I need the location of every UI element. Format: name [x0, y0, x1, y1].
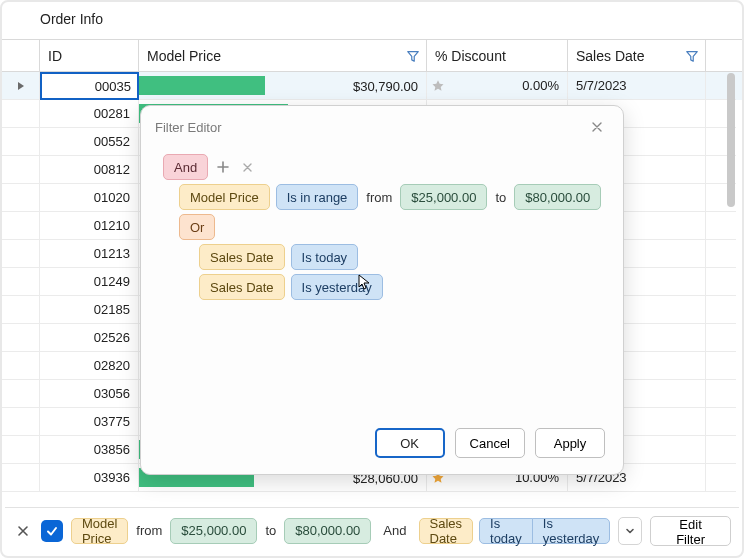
column-header-id[interactable]: ID [40, 40, 139, 71]
add-condition-icon[interactable] [214, 158, 232, 176]
condition-field[interactable]: Sales Date [199, 244, 285, 270]
keyword-from: from [364, 190, 394, 205]
ok-button[interactable]: OK [375, 428, 445, 458]
cell-id[interactable]: 03856 [40, 436, 139, 464]
dialog-footer: OK Cancel Apply [141, 424, 623, 474]
expr-value-from[interactable]: $25,000.00 [170, 518, 257, 544]
funnel-icon[interactable] [406, 49, 420, 63]
clear-filter-icon[interactable] [13, 521, 33, 541]
group-operator-or[interactable]: Or [179, 214, 215, 240]
row-indicator [2, 324, 40, 352]
column-header-label: ID [48, 48, 62, 64]
expr-value-to[interactable]: $80,000.00 [284, 518, 371, 544]
expr-field[interactable]: Model Price [71, 518, 128, 544]
group-operator-and[interactable]: And [163, 154, 208, 180]
cell-id[interactable]: 01249 [40, 268, 139, 296]
filter-condition: Model Price Is in range from $25,000.00 … [179, 184, 607, 210]
condition-field[interactable]: Sales Date [199, 274, 285, 300]
grid-group-panel: Order Info [2, 2, 742, 40]
dialog-header: Filter Editor [141, 106, 623, 148]
row-indicator [2, 296, 40, 324]
cell-track [706, 352, 736, 380]
keyword-and: And [381, 523, 408, 538]
condition-operator[interactable]: Is in range [276, 184, 359, 210]
column-header-row: ID Model Price % Discount Sales Date [2, 40, 742, 72]
row-indicator [2, 100, 40, 128]
expr-op[interactable]: Is today [479, 518, 533, 544]
keyword-to: to [263, 523, 278, 538]
cell-id[interactable]: 02820 [40, 352, 139, 380]
cell-track [706, 408, 736, 436]
filter-mru-dropdown[interactable] [618, 517, 642, 545]
cancel-button[interactable]: Cancel [455, 428, 525, 458]
edit-filter-button[interactable]: Edit Filter [650, 516, 731, 546]
vertical-scrollbar-thumb[interactable] [727, 73, 735, 207]
data-bar [139, 76, 265, 95]
row-indicator [2, 184, 40, 212]
filter-expression[interactable]: Model Price from $25,000.00 to $80,000.0… [71, 518, 610, 544]
column-header-label: Sales Date [576, 48, 644, 64]
discount-value: 0.00% [522, 78, 559, 93]
star-icon [431, 79, 445, 93]
filter-enabled-checkbox[interactable] [41, 520, 63, 542]
cell-id[interactable]: 00035 [40, 72, 139, 100]
filter-sub-group: Or [179, 214, 607, 240]
cell-id[interactable]: 00812 [40, 156, 139, 184]
cell-id[interactable]: 03056 [40, 380, 139, 408]
row-indicator [2, 436, 40, 464]
filter-root-group: And [163, 154, 607, 180]
column-header-label: % Discount [435, 48, 506, 64]
cell-id[interactable]: 01213 [40, 240, 139, 268]
cell-sales-date[interactable]: 5/7/2023 [568, 72, 706, 100]
condition-operator[interactable]: Is yesterday [291, 274, 383, 300]
column-header-label: Model Price [147, 48, 221, 64]
keyword-to: to [493, 190, 508, 205]
cell-model-price[interactable]: $30,790.00 [139, 72, 427, 100]
table-row[interactable]: 00035$30,790.000.00%5/7/2023 [2, 72, 742, 100]
close-icon[interactable] [585, 115, 609, 139]
condition-value-from[interactable]: $25,000.00 [400, 184, 487, 210]
row-indicator [2, 72, 40, 100]
expr-field[interactable]: Sales Date [419, 518, 474, 544]
price-value: $30,790.00 [353, 78, 418, 93]
cell-track [706, 212, 736, 240]
cell-id[interactable]: 01210 [40, 212, 139, 240]
condition-field[interactable]: Model Price [179, 184, 270, 210]
filter-editor-dialog: Filter Editor And Model Price Is in rang… [140, 105, 624, 475]
condition-value-to[interactable]: $80,000.00 [514, 184, 601, 210]
column-indicator [2, 40, 40, 71]
column-header-spacer [706, 40, 736, 71]
cell-track [706, 240, 736, 268]
filter-condition: Sales Date Is yesterday [199, 274, 607, 300]
filter-panel: Model Price from $25,000.00 to $80,000.0… [5, 507, 739, 553]
row-indicator [2, 212, 40, 240]
row-indicator [2, 464, 40, 492]
row-indicator [2, 380, 40, 408]
column-header-sales-date[interactable]: Sales Date [568, 40, 706, 71]
condition-operator[interactable]: Is today [291, 244, 359, 270]
apply-button[interactable]: Apply [535, 428, 605, 458]
row-indicator [2, 156, 40, 184]
cell-track [706, 324, 736, 352]
remove-group-icon[interactable] [238, 158, 256, 176]
cell-track [706, 436, 736, 464]
dialog-title: Filter Editor [155, 120, 221, 135]
cell-id[interactable]: 01020 [40, 184, 139, 212]
cell-id[interactable]: 00552 [40, 128, 139, 156]
cell-track [706, 296, 736, 324]
cell-id[interactable]: 02185 [40, 296, 139, 324]
row-indicator [2, 240, 40, 268]
group-panel-label: Order Info [40, 11, 103, 27]
cell-discount[interactable]: 0.00% [427, 72, 568, 100]
column-header-discount[interactable]: % Discount [427, 40, 568, 71]
column-header-model-price[interactable]: Model Price [139, 40, 427, 71]
cell-id[interactable]: 02526 [40, 324, 139, 352]
funnel-icon[interactable] [685, 49, 699, 63]
cell-id[interactable]: 03936 [40, 464, 139, 492]
filter-condition: Sales Date Is today [199, 244, 607, 270]
expr-op[interactable]: Is yesterday [532, 518, 610, 544]
cell-id[interactable]: 03775 [40, 408, 139, 436]
row-indicator [2, 352, 40, 380]
cell-id[interactable]: 00281 [40, 100, 139, 128]
dialog-body: And Model Price Is in range from $25,000… [141, 148, 623, 424]
